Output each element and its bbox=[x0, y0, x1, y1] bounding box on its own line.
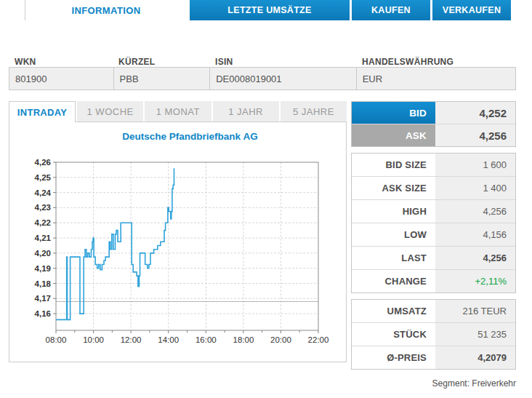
svg-text:14:00: 14:00 bbox=[158, 335, 179, 344]
svg-text:4,17: 4,17 bbox=[35, 294, 51, 303]
ask-label: ASK bbox=[352, 124, 435, 146]
header-handelswaehrung: HANDELSWÄHRUNG bbox=[356, 57, 516, 67]
cell-handelswaehrung: EUR bbox=[356, 68, 515, 89]
volume-box: UMSATZ 216 TEUR STÜCK 51 235 Ø-PREIS 4,2… bbox=[351, 299, 516, 370]
bid-value: 4,252 bbox=[435, 102, 515, 124]
last-row: LAST 4,256 bbox=[352, 246, 515, 269]
change-label: CHANGE bbox=[352, 270, 435, 292]
svg-text:4,22: 4,22 bbox=[35, 218, 51, 227]
instrument-table: WKN KÜRZEL ISIN HANDELSWÄHRUNG 801900 PB… bbox=[9, 52, 516, 90]
stueck-row: STÜCK 51 235 bbox=[352, 322, 515, 346]
high-row: HIGH 4,256 bbox=[352, 199, 515, 223]
header-isin: ISIN bbox=[209, 57, 356, 67]
intraday-price-chart: 4,164,174,184,194,204,214,224,234,244,25… bbox=[9, 143, 344, 361]
svg-text:22:00: 22:00 bbox=[308, 335, 329, 344]
svg-text:20:00: 20:00 bbox=[270, 335, 291, 344]
stueck-value: 51 235 bbox=[435, 323, 515, 346]
top-tab-group: LETZTE UMSÄTZE KAUFEN VERKAUFEN bbox=[188, 0, 511, 20]
quote-panel: BID 4,252 ASK 4,256 BID SIZE 1 600 ASK S… bbox=[351, 101, 516, 389]
tab-1-woche[interactable]: 1 WOCHE bbox=[77, 101, 143, 122]
last-value: 4,256 bbox=[435, 247, 515, 269]
chart-title: Deutsche Pfandbriefbank AG bbox=[9, 122, 346, 143]
svg-text:10:00: 10:00 bbox=[83, 335, 104, 344]
ask-row: ASK 4,256 bbox=[352, 124, 515, 146]
segment-note: Segment: Freiverkehr bbox=[351, 378, 516, 389]
svg-text:4,23: 4,23 bbox=[35, 203, 51, 212]
top-tab-bar: INFORMATION LETZTE UMSÄTZE KAUFEN VERKAU… bbox=[0, 0, 532, 20]
tab-1-jahr[interactable]: 1 JAHR bbox=[213, 101, 279, 122]
svg-text:4,20: 4,20 bbox=[35, 249, 51, 258]
chart-panel: Deutsche Pfandbriefbank AG 4,164,174,184… bbox=[9, 122, 347, 362]
tab-1-monat[interactable]: 1 MONAT bbox=[145, 101, 211, 122]
low-label: LOW bbox=[352, 223, 435, 246]
chart-section: INTRADAY 1 WOCHE 1 MONAT 1 JAHR 5 JAHRE … bbox=[9, 101, 347, 389]
header-kuerzel: KÜRZEL bbox=[113, 57, 209, 67]
header-wkn: WKN bbox=[9, 57, 113, 67]
tab-verkaufen[interactable]: VERKAUFEN bbox=[432, 0, 511, 20]
bid-ask-box: BID 4,252 ASK 4,256 bbox=[351, 101, 516, 147]
change-row: CHANGE +2,11% bbox=[352, 269, 515, 292]
avg-price-label: Ø-PREIS bbox=[352, 346, 435, 369]
cell-isin: DE0008019001 bbox=[209, 68, 355, 89]
low-row: LOW 4,156 bbox=[352, 223, 515, 246]
change-value: +2,11% bbox=[435, 270, 515, 292]
svg-text:4,24: 4,24 bbox=[35, 188, 52, 197]
bid-size-value: 1 600 bbox=[435, 154, 515, 176]
high-label: HIGH bbox=[352, 200, 435, 223]
svg-text:4,19: 4,19 bbox=[35, 264, 51, 273]
tab-information[interactable]: INFORMATION bbox=[25, 0, 187, 20]
svg-text:4,18: 4,18 bbox=[35, 279, 52, 288]
svg-text:18:00: 18:00 bbox=[233, 335, 254, 344]
cell-wkn: 801900 bbox=[9, 68, 113, 89]
chart-period-tabs: INTRADAY 1 WOCHE 1 MONAT 1 JAHR 5 JAHRE bbox=[9, 101, 347, 122]
umsatz-value: 216 TEUR bbox=[435, 300, 515, 322]
svg-text:08:00: 08:00 bbox=[46, 335, 67, 344]
low-value: 4,156 bbox=[435, 223, 515, 246]
tab-letzte-umsaetze[interactable]: LETZTE UMSÄTZE bbox=[190, 0, 350, 20]
main-area: INTRADAY 1 WOCHE 1 MONAT 1 JAHR 5 JAHRE … bbox=[9, 101, 516, 389]
instrument-value-row: 801900 PBB DE0008019001 EUR bbox=[9, 67, 516, 90]
svg-text:4,25: 4,25 bbox=[35, 173, 52, 182]
umsatz-label: UMSATZ bbox=[352, 300, 435, 322]
bid-label: BID bbox=[352, 102, 435, 124]
ask-size-label: ASK SIZE bbox=[352, 177, 435, 199]
bid-size-label: BID SIZE bbox=[352, 154, 435, 176]
svg-text:4,21: 4,21 bbox=[35, 234, 52, 242]
svg-text:16:00: 16:00 bbox=[196, 335, 217, 344]
ask-size-row: ASK SIZE 1 400 bbox=[352, 176, 515, 199]
instrument-header-row: WKN KÜRZEL ISIN HANDELSWÄHRUNG bbox=[9, 52, 516, 67]
cell-kuerzel: PBB bbox=[113, 68, 210, 89]
avg-price-row: Ø-PREIS 4,2079 bbox=[352, 346, 515, 369]
high-value: 4,256 bbox=[435, 200, 515, 223]
umsatz-row: UMSATZ 216 TEUR bbox=[352, 300, 515, 322]
svg-text:4,16: 4,16 bbox=[35, 309, 51, 318]
tab-kaufen[interactable]: KAUFEN bbox=[352, 0, 430, 20]
svg-text:4,26: 4,26 bbox=[35, 158, 51, 167]
bid-row: BID 4,252 bbox=[352, 102, 515, 124]
stats-box: BID SIZE 1 600 ASK SIZE 1 400 HIGH 4,256… bbox=[351, 153, 516, 293]
svg-text:12:00: 12:00 bbox=[121, 335, 142, 344]
ask-size-value: 1 400 bbox=[435, 177, 515, 199]
tab-5-jahre[interactable]: 5 JAHRE bbox=[281, 101, 347, 122]
bid-size-row: BID SIZE 1 600 bbox=[352, 154, 515, 176]
avg-price-value: 4,2079 bbox=[435, 346, 515, 369]
last-label: LAST bbox=[352, 247, 435, 269]
tab-intraday[interactable]: INTRADAY bbox=[9, 101, 76, 122]
stueck-label: STÜCK bbox=[352, 323, 435, 346]
ask-value: 4,256 bbox=[435, 124, 515, 146]
